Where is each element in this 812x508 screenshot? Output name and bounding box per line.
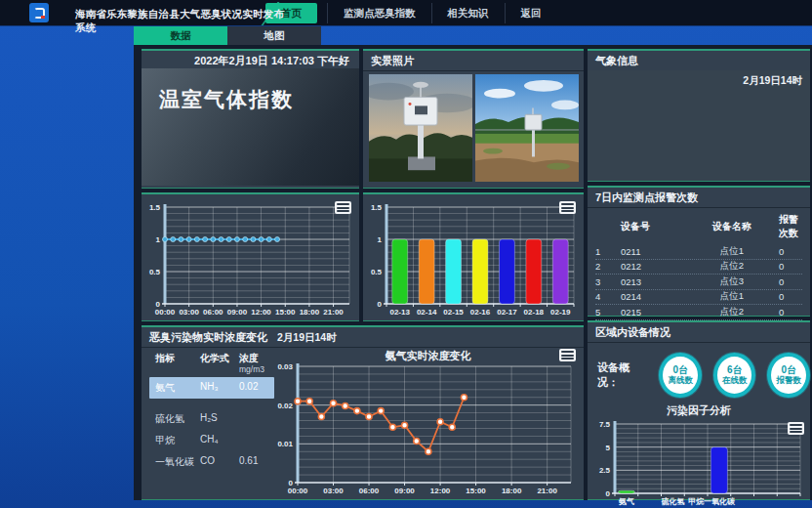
alarm-count-badge: 0台 报警数 bbox=[767, 353, 810, 398]
col-device-name: 设备名称 bbox=[685, 220, 779, 233]
weather-panel-title: 气象信息 bbox=[595, 54, 638, 68]
online-count-badge: 6台 在线数 bbox=[713, 353, 756, 398]
svg-text:一氧化碳: 一氧化碳 bbox=[704, 497, 736, 506]
svg-text:5: 5 bbox=[606, 444, 611, 452]
greenhouse-banner: 温室气体指数 bbox=[142, 68, 359, 186]
odor-row[interactable]: 氨气NH₃0.02 bbox=[149, 377, 274, 399]
offline-count-badge: 0台 离线数 bbox=[659, 353, 702, 398]
daily-index-bar-chart: 00.511.502-1302-1402-1502-1602-1702-1802… bbox=[365, 197, 582, 318]
logo-icon bbox=[34, 8, 45, 19]
alarm-table-header: 设备号 设备名称 报警次数 bbox=[595, 211, 802, 244]
svg-text:0.03: 0.03 bbox=[277, 362, 293, 371]
table-row: 10211点位10 bbox=[595, 244, 802, 260]
col-indicator: 指标 bbox=[155, 352, 200, 365]
svg-text:1: 1 bbox=[378, 235, 383, 244]
online-label: 在线数 bbox=[722, 376, 748, 386]
svg-text:02-13: 02-13 bbox=[389, 308, 410, 317]
svg-text:甲烷: 甲烷 bbox=[688, 497, 705, 506]
device-overview-label: 设备概况： bbox=[597, 360, 647, 390]
svg-text:02-14: 02-14 bbox=[417, 308, 437, 317]
alarm-table: 设备号 设备名称 报警次数 10211点位1020212点位2030213点位3… bbox=[595, 211, 802, 335]
svg-text:2.5: 2.5 bbox=[599, 466, 611, 475]
devices-panel-title: 区域内设备情况 bbox=[595, 325, 670, 340]
svg-text:硫化氢: 硫化氢 bbox=[660, 497, 684, 506]
svg-text:00:00: 00:00 bbox=[155, 308, 176, 317]
svg-text:03:00: 03:00 bbox=[179, 308, 199, 317]
pollution-chart-wrap: 02.557.5氨气硫化氢甲烷一氧化碳 bbox=[588, 420, 810, 506]
pollution-factor-chart: 02.557.5氨气硫化氢甲烷一氧化碳 bbox=[591, 420, 806, 506]
odor-panel: 恶臭污染物实时浓度变化 2月19日14时 指标 化学式 浓度 mg/m3 氨气N… bbox=[142, 325, 584, 500]
svg-text:02-16: 02-16 bbox=[470, 308, 491, 317]
odor-panel-time: 2月19日14时 bbox=[277, 331, 337, 345]
photo-row bbox=[369, 74, 579, 182]
svg-text:06:00: 06:00 bbox=[359, 487, 380, 495]
svg-text:12:00: 12:00 bbox=[430, 487, 451, 495]
greenhouse-chart-panel: 00.511.500:0003:0006:0009:0012:0015:0018… bbox=[142, 192, 359, 321]
svg-text:02-17: 02-17 bbox=[497, 308, 517, 317]
offline-label: 离线数 bbox=[668, 376, 693, 386]
svg-text:02-15: 02-15 bbox=[443, 308, 464, 317]
devices-panel: 区域内设备情况 设备概况： 0台 离线数 6台 在线数 0台 报警数 污染因子分… bbox=[588, 320, 810, 500]
nav-item-odor-index[interactable]: 监测点恶臭指数 bbox=[327, 3, 431, 23]
svg-text:15:00: 15:00 bbox=[275, 308, 296, 317]
ammonia-chart-title: 氨气实时浓度变化 bbox=[272, 346, 584, 363]
odor-table-header: 指标 化学式 浓度 mg/m3 bbox=[155, 352, 272, 374]
ammonia-chart-wrap: 氨气实时浓度变化 00.010.020.0300:0003:0006:0009:… bbox=[272, 346, 584, 499]
odor-row[interactable]: 硫化氢H₂S bbox=[149, 408, 274, 430]
table-row: 30213点位30 bbox=[595, 275, 802, 290]
main-nav: 首页 监测点恶臭指数 相关知识 返回 bbox=[265, 0, 557, 26]
svg-text:09:00: 09:00 bbox=[394, 487, 415, 495]
weather-panel: 气象信息 2月19日14时 bbox=[588, 49, 810, 182]
greenhouse-panel: 2022年2月19日 14:17:03 下午好 温室气体指数 bbox=[142, 49, 359, 189]
svg-text:15:00: 15:00 bbox=[466, 487, 486, 495]
photos-panel: 实景照片 bbox=[363, 49, 584, 189]
site-photo-1 bbox=[369, 74, 472, 182]
col-alarm-count: 报警次数 bbox=[779, 213, 802, 240]
svg-text:02-18: 02-18 bbox=[524, 308, 545, 317]
greenhouse-index-chart: 00.511.500:0003:0006:0009:0012:0015:0018… bbox=[143, 197, 357, 318]
chart-menu-icon[interactable] bbox=[559, 349, 576, 361]
odor-table: 指标 化学式 浓度 mg/m3 氨气NH₃0.02硫化氢H₂S甲烷CH₄一氧化碳… bbox=[142, 346, 272, 499]
chart-menu-icon[interactable] bbox=[788, 422, 804, 435]
svg-text:0.01: 0.01 bbox=[277, 440, 293, 448]
svg-text:21:00: 21:00 bbox=[323, 308, 344, 317]
odor-panel-title: 恶臭污染物实时浓度变化 bbox=[149, 330, 267, 345]
chart-menu-icon[interactable] bbox=[335, 201, 351, 214]
svg-text:0.5: 0.5 bbox=[149, 268, 161, 276]
photos-panel-title: 实景照片 bbox=[371, 54, 414, 68]
table-row: 40214点位10 bbox=[595, 290, 802, 306]
weather-body: 2月19日14时 bbox=[588, 70, 810, 181]
alarm-panel: 7日内监测点报警次数 设备号 设备名称 报警次数 10211点位1020212点… bbox=[588, 186, 810, 317]
svg-text:18:00: 18:00 bbox=[502, 487, 522, 495]
pollution-analysis-title: 污染因子分析 bbox=[588, 402, 810, 418]
svg-text:00:00: 00:00 bbox=[288, 487, 308, 495]
svg-text:18:00: 18:00 bbox=[300, 308, 320, 317]
col-device-id: 设备号 bbox=[621, 220, 685, 233]
ammonia-realtime-chart: 00.010.020.0300:0003:0006:0009:0012:0015… bbox=[272, 362, 579, 497]
chart-menu-icon[interactable] bbox=[559, 201, 576, 214]
svg-text:0.5: 0.5 bbox=[371, 268, 383, 276]
datetime-text: 2022年2月19日 14:17:03 下午好 bbox=[142, 51, 359, 70]
svg-text:0.02: 0.02 bbox=[277, 402, 293, 410]
svg-text:0: 0 bbox=[378, 300, 383, 309]
svg-text:06:00: 06:00 bbox=[203, 308, 223, 317]
svg-text:0: 0 bbox=[606, 489, 611, 498]
nav-item-back[interactable]: 返回 bbox=[505, 3, 557, 23]
alarm-label: 报警数 bbox=[777, 376, 802, 386]
odor-row[interactable]: 一氧化碳CO0.61 bbox=[149, 451, 274, 473]
daily-bar-chart-panel: 00.511.502-1302-1402-1502-1602-1702-1802… bbox=[363, 192, 584, 321]
greenhouse-headline: 温室气体指数 bbox=[142, 68, 359, 113]
table-row: 50215点位20 bbox=[595, 305, 802, 320]
page-title: 海南省乐东黎族自治县大气恶臭状况实时发布系统 bbox=[75, 7, 294, 34]
weather-time: 2月19日14时 bbox=[588, 70, 810, 92]
odor-table-body: 氨气NH₃0.02硫化氢H₂S甲烷CH₄一氧化碳CO0.61 bbox=[155, 377, 272, 473]
odor-row[interactable]: 甲烷CH₄ bbox=[149, 430, 274, 451]
svg-text:09:00: 09:00 bbox=[227, 308, 248, 317]
col-formula: 化学式 bbox=[200, 352, 239, 365]
svg-text:氨气: 氨气 bbox=[618, 497, 634, 506]
alarm-panel-title: 7日内监测点报警次数 bbox=[595, 190, 698, 205]
nav-item-knowledge[interactable]: 相关知识 bbox=[431, 3, 505, 23]
svg-text:1: 1 bbox=[156, 235, 161, 244]
site-photo-2 bbox=[475, 74, 579, 182]
app-logo bbox=[29, 3, 49, 22]
